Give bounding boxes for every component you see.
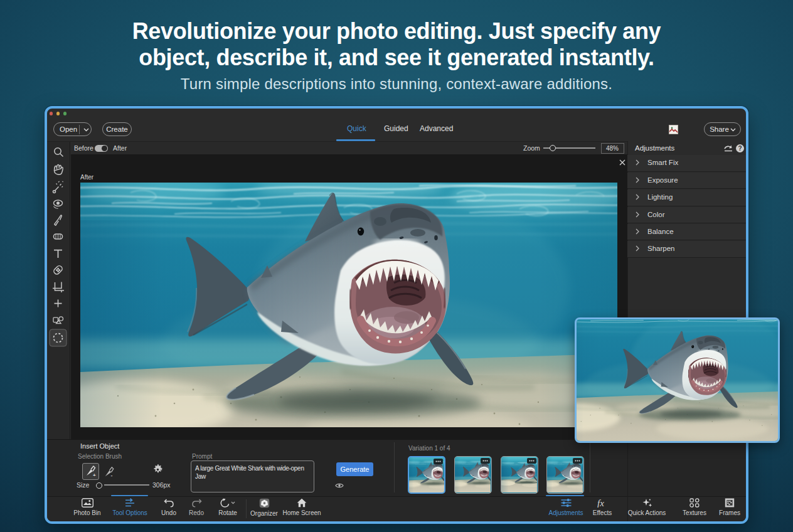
svg-text:-: - [110,472,112,479]
svg-text:+: + [93,472,96,478]
svg-text:fx: fx [597,498,604,508]
